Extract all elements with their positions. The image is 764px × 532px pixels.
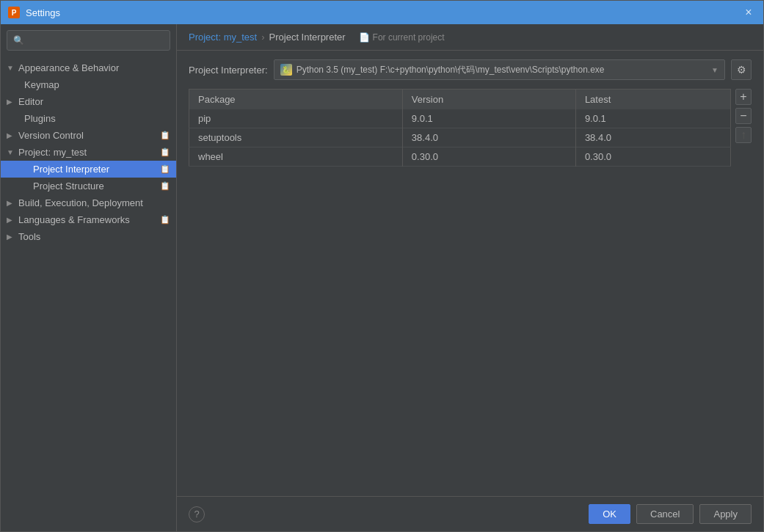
table-actions: + − ↑ [735,89,752,167]
expand-arrow: ▶ [7,199,15,207]
interpreter-row: Project Interpreter: 🐍 Python 3.5 (my_te… [189,59,752,80]
note-text: For current project [373,32,445,43]
package-latest: 9.0.1 [575,109,730,128]
copy-icon: 📋 [160,181,170,191]
table-header-row: Package Version Latest [189,90,731,110]
sidebar-item-tools[interactable]: ▶ Tools [1,228,176,245]
copy-icon: 📋 [160,215,170,225]
main-panel: Project: my_test › Project Interpreter 📄… [177,24,763,531]
settings-dialog: P Settings × 🔍 ▼ Appearance & Behavior K… [0,0,764,532]
nav-tree: ▼ Appearance & Behavior Keymap ▶ Editor … [1,57,176,531]
breadcrumb-current: Project Interpreter [269,32,346,43]
dropdown-arrow-icon: ▼ [711,66,718,74]
sidebar-item-project-structure[interactable]: Project Structure 📋 [1,178,176,194]
table-row[interactable]: wheel 0.30.0 0.30.0 [189,147,731,167]
expand-arrow: ▼ [7,148,15,156]
expand-arrow: ▼ [7,64,15,72]
expand-arrow: ▶ [7,131,15,139]
sidebar-item-plugins[interactable]: Plugins [1,110,176,127]
footer-left: ? [189,506,205,522]
apply-button[interactable]: Apply [699,504,752,524]
copy-icon: 📋 [160,164,170,174]
search-icon: 🔍 [13,35,24,45]
packages-table-wrapper: Package Version Latest pip 9.0.1 9.0.1 s… [189,89,752,167]
sidebar-item-label: Project: my_test [18,147,87,158]
sidebar-item-appearance[interactable]: ▼ Appearance & Behavior [1,59,176,76]
title-bar-left: P Settings [8,7,60,18]
sidebar-item-label: Appearance & Behavior [18,62,119,73]
search-box[interactable]: 🔍 [7,30,170,51]
close-button[interactable]: × [741,5,756,20]
python-icon: 🐍 [280,64,292,76]
sidebar-item-build-execution[interactable]: ▶ Build, Execution, Deployment [1,194,176,211]
breadcrumb: Project: my_test › Project Interpreter 📄… [177,24,763,51]
ok-button[interactable]: OK [589,504,630,524]
gear-button[interactable]: ⚙ [731,59,752,80]
title-bar: P Settings × [1,1,763,24]
sidebar-item-languages-frameworks[interactable]: ▶ Languages & Frameworks 📋 [1,211,176,228]
package-latest: 0.30.0 [575,147,730,167]
panel-content: Project Interpreter: 🐍 Python 3.5 (my_te… [177,51,763,496]
sidebar-item-label: Editor [18,96,43,107]
breadcrumb-note: 📄 For current project [359,32,445,43]
footer: ? OK Cancel Apply [177,496,763,531]
add-package-button[interactable]: + [735,89,752,105]
package-version: 9.0.1 [402,109,575,128]
remove-package-button[interactable]: − [735,108,752,124]
table-row[interactable]: pip 9.0.1 9.0.1 [189,109,731,128]
up-package-button[interactable]: ↑ [735,127,752,143]
copy-icon: 📋 [160,131,170,140]
interpreter-select-text: 🐍 Python 3.5 (my_test) F:\c+python\pytho… [280,64,605,76]
sidebar-item-editor[interactable]: ▶ Editor [1,93,176,110]
expand-arrow: ▶ [7,98,15,106]
dialog-title: Settings [26,7,60,18]
breadcrumb-link[interactable]: Project: my_test [189,32,257,43]
sidebar-item-project-mytest[interactable]: ▼ Project: my_test 📋 [1,144,176,161]
package-version: 38.4.0 [402,128,575,147]
sidebar-item-label: Version Control [18,130,84,141]
col-version: Version [402,90,575,110]
footer-right: OK Cancel Apply [589,504,752,524]
sidebar-item-label: Project Interpreter [33,164,109,175]
sidebar-item-label: Languages & Frameworks [18,214,130,225]
sidebar: 🔍 ▼ Appearance & Behavior Keymap ▶ Edito… [1,24,177,531]
col-latest: Latest [575,90,730,110]
note-icon: 📄 [359,32,370,43]
sidebar-item-version-control[interactable]: ▶ Version Control 📋 [1,127,176,144]
package-name: setuptools [189,128,403,147]
sidebar-item-label: Project Structure [33,181,104,192]
cancel-button[interactable]: Cancel [636,504,694,524]
table-row[interactable]: setuptools 38.4.0 38.4.0 [189,128,731,147]
interpreter-value: Python 3.5 (my_test) F:\c+python\python\… [296,64,605,76]
interpreter-select[interactable]: 🐍 Python 3.5 (my_test) F:\c+python\pytho… [274,59,725,80]
col-package: Package [189,90,403,110]
sidebar-item-label: Tools [18,231,40,242]
interpreter-label: Project Interpreter: [189,65,268,76]
sidebar-item-label: Keymap [24,79,59,90]
app-icon: P [8,7,20,18]
sidebar-item-label: Plugins [24,113,56,124]
package-name: pip [189,109,403,128]
main-content: 🔍 ▼ Appearance & Behavior Keymap ▶ Edito… [1,24,763,531]
search-input[interactable] [29,35,164,46]
copy-icon: 📋 [160,147,170,157]
sidebar-item-label: Build, Execution, Deployment [18,197,143,208]
breadcrumb-separator: › [261,32,264,43]
help-button[interactable]: ? [189,506,205,522]
package-name: wheel [189,147,403,167]
sidebar-item-keymap[interactable]: Keymap [1,76,176,93]
package-version: 0.30.0 [402,147,575,167]
package-latest: 38.4.0 [575,128,730,147]
packages-table: Package Version Latest pip 9.0.1 9.0.1 s… [189,89,731,167]
expand-arrow: ▶ [7,216,15,224]
sidebar-item-project-interpreter[interactable]: Project Interpreter 📋 [1,161,176,178]
expand-arrow: ▶ [7,233,15,241]
